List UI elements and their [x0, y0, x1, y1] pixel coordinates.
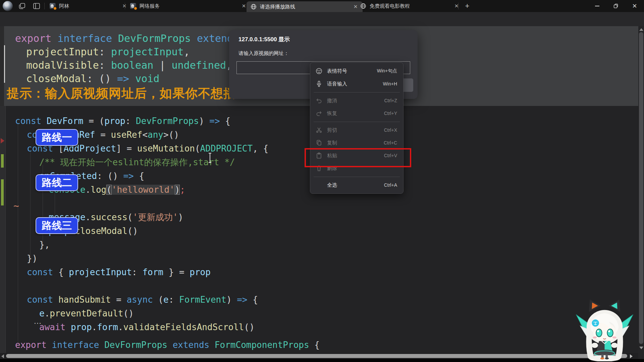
emoji-icon — [316, 68, 322, 74]
menu-shortcut: Win+H — [383, 81, 397, 86]
horizontal-scrollbar-thumb[interactable] — [6, 354, 627, 358]
tab-alin[interactable]: 阿林 ✕ — [46, 0, 131, 12]
text-field-context-menu: 表情符号 Win+句点 语音输入 Win+H 撤消 Ctrl+Z 恢复 Ctrl… — [310, 62, 404, 194]
menu-item-voice-typing[interactable]: 语音输入 Win+H — [310, 77, 403, 90]
tab-free-movies[interactable]: 免费观看电影教程 ✕ — [356, 0, 464, 12]
tab-network-service[interactable]: 网络服务 ✕ — [127, 0, 250, 12]
code-line: }) — [0, 252, 320, 265]
menu-item-select-all[interactable]: 全选 Ctrl+A — [310, 179, 403, 191]
menu-label: 语音输入 — [327, 81, 347, 87]
wrap-tilde-marker: ~ — [13, 200, 19, 212]
menu-shortcut: Ctrl+Y — [384, 111, 397, 116]
vertical-scrollbar-thumb[interactable] — [639, 32, 643, 344]
new-tab-button[interactable]: + — [463, 2, 472, 10]
code-line: await prop.form.validateFieldsAndScroll(… — [0, 320, 320, 334]
restore-button[interactable] — [606, 0, 625, 12]
tab-favicon-avatar — [50, 3, 56, 9]
titlebar-divider — [44, 3, 45, 9]
code-line: e.preventDefault() — [0, 307, 320, 320]
minimize-button[interactable] — [588, 0, 606, 12]
menu-item-copy[interactable]: 复制 Ctrl+C — [310, 136, 403, 149]
scroll-down-arrow-icon[interactable] — [639, 347, 643, 349]
annotation-highlight-box — [305, 148, 411, 167]
menu-shortcut: Ctrl+C — [384, 140, 397, 145]
menu-separator — [314, 122, 400, 122]
cut-icon — [316, 127, 322, 133]
code-line — [0, 197, 320, 210]
menu-separator — [314, 92, 400, 93]
menu-shortcut: Win+句点 — [377, 68, 397, 74]
tab-close-icon[interactable]: ✕ — [241, 3, 247, 9]
dialog-message: 请输入原视频的网址： — [238, 50, 289, 57]
tab-actions-icon[interactable] — [33, 3, 40, 9]
dialog-title: 127.0.0.1:5500 显示 — [238, 36, 290, 43]
menu-label: 复制 — [327, 140, 337, 146]
notification-dot — [53, 7, 57, 10]
code-line: const handSubmit = async (e: FormEvent) … — [0, 293, 320, 307]
copy-icon — [316, 139, 322, 146]
menu-item-redo[interactable]: 恢复 Ctrl+Y — [310, 107, 403, 120]
menu-item-undo[interactable]: 撤消 Ctrl+Z — [310, 94, 403, 107]
menu-label: 撤消 — [327, 98, 337, 104]
route-button-3[interactable]: 路线三 — [36, 217, 78, 234]
tab-divider — [458, 3, 459, 9]
scroll-up-arrow-icon[interactable] — [639, 28, 643, 31]
tab-title: 请选择播放路线 — [260, 4, 295, 10]
menu-label: 剪切 — [327, 127, 337, 133]
menu-separator — [314, 177, 400, 177]
inline-hint-dots: … — [34, 316, 42, 326]
menu-label: 全选 — [327, 182, 337, 188]
code-line: }, — [0, 238, 320, 252]
menu-item-emoji[interactable]: 表情符号 Win+句点 — [310, 65, 403, 77]
menu-shortcut: Ctrl+X — [384, 127, 397, 133]
video-tip-text: 提示：输入原视频网址后，如果你不想播 — [7, 85, 236, 102]
menu-shortcut: Ctrl+A — [384, 182, 397, 188]
microphone-icon — [316, 80, 322, 87]
undo-icon — [316, 97, 322, 104]
menu-shortcut: Ctrl+Z — [384, 98, 397, 103]
menu-label: 表情符号 — [327, 68, 347, 74]
browser-toolbar: 127.0.0.1:5500/web/film.html L — [0, 12, 644, 26]
code-line: const { projectInput: form } = prop — [0, 265, 320, 279]
restore-icon — [613, 4, 618, 8]
tab-favicon-avatar — [130, 3, 136, 9]
code-line: /** 现在开始一个eslint的保存操作,start */ — [0, 156, 320, 169]
anime-character-sticker — [570, 294, 639, 361]
notification-dot — [134, 7, 137, 10]
text-cursor-ibeam — [208, 153, 212, 163]
minimize-icon — [595, 6, 599, 6]
tab-divider — [125, 3, 125, 9]
profile-avatar[interactable] — [3, 1, 13, 11]
code-line: const DevForm = (prop: DevFormProps) => … — [0, 114, 320, 128]
globe-icon — [251, 4, 257, 10]
scroll-left-arrow-icon[interactable] — [1, 354, 4, 358]
bottom-black-strip — [0, 359, 644, 362]
code-line: export interface DevFormProps extends Fo… — [0, 338, 320, 352]
tab-title: 阿林 — [59, 3, 69, 9]
route-button-2[interactable]: 路线二 — [36, 174, 78, 191]
tab-title: 免费观看电影教程 — [370, 3, 410, 9]
menu-label: 恢复 — [327, 110, 337, 117]
tab-title: 网络服务 — [140, 3, 160, 9]
screenshot-root: { "browser": { "tabs": [ {"title": "阿林",… — [0, 0, 644, 362]
tab-select-route[interactable]: 请选择播放路线 ✕ — [247, 1, 363, 12]
workspaces-icon[interactable] — [19, 3, 26, 9]
tab-close-icon[interactable]: ✕ — [453, 3, 460, 9]
route-button-1[interactable]: 路线一 — [36, 129, 78, 146]
code-line — [0, 279, 320, 293]
menu-item-cut[interactable]: 剪切 Ctrl+X — [310, 124, 403, 136]
close-window-button[interactable]: ✕ — [625, 0, 644, 12]
browser-titlebar: 阿林 ✕ 网络服务 ✕ 请选择播放路线 ✕ 免费观看电影教程 ✕ + ✕ — [0, 0, 644, 12]
redo-icon — [316, 110, 322, 117]
globe-icon — [360, 3, 366, 9]
